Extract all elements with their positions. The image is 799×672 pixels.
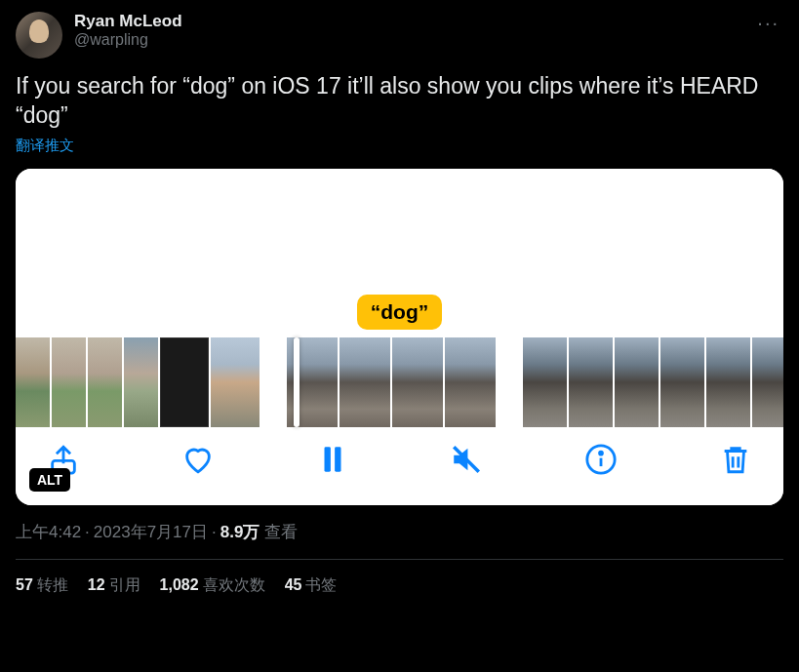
stat-quotes[interactable]: 12引用 (88, 575, 140, 596)
thumbnail (52, 337, 86, 427)
thumbnail (211, 337, 260, 427)
video-scrubber[interactable] (16, 337, 783, 427)
thumbnail (124, 337, 158, 427)
alt-badge[interactable]: ALT (29, 468, 70, 492)
playhead[interactable] (294, 337, 300, 427)
media-preview: “dog” (16, 169, 783, 427)
clip-group (287, 337, 496, 427)
translate-link[interactable]: 翻译推文 (16, 137, 783, 155)
tweet-time[interactable]: 上午4:42 (16, 523, 81, 541)
caption-tag-row: “dog” (16, 295, 783, 337)
svg-point-6 (600, 452, 603, 455)
tweet-text: If you search for “dog” on iOS 17 it’ll … (16, 72, 783, 131)
thumbnail (706, 337, 750, 427)
thumbnail (445, 337, 496, 427)
author-names[interactable]: Ryan McLeod @warpling (74, 12, 741, 49)
stat-retweets[interactable]: 57转推 (16, 575, 68, 596)
tweet-stats: 57转推 12引用 1,082喜欢次数 45书签 (16, 560, 783, 596)
clip-group (523, 337, 783, 427)
thumbnail (660, 337, 704, 427)
tweet-container: Ryan McLeod @warpling ··· If you search … (0, 0, 799, 608)
media-toolbar (16, 427, 783, 505)
clip-group (16, 337, 260, 427)
avatar[interactable] (16, 12, 62, 59)
thumbnail (569, 337, 613, 427)
heart-icon[interactable] (181, 443, 215, 476)
tweet-date[interactable]: 2023年7月17日 (94, 523, 208, 541)
views-count: 8.9万 (220, 523, 260, 541)
stat-likes[interactable]: 1,082喜欢次数 (160, 575, 265, 596)
svg-rect-2 (335, 447, 340, 472)
thumbnail (88, 337, 122, 427)
thumbnail (615, 337, 659, 427)
tweet-header: Ryan McLeod @warpling ··· (16, 12, 783, 59)
handle: @warpling (74, 31, 741, 49)
caption-tag: “dog” (357, 295, 442, 330)
thumbnail (752, 337, 783, 427)
tweet-media[interactable]: “dog” (16, 169, 783, 505)
thumbnail (392, 337, 443, 427)
svg-rect-1 (324, 447, 330, 472)
more-button[interactable]: ··· (753, 12, 783, 34)
thumbnail (523, 337, 567, 427)
tweet-meta: 上午4:42·2023年7月17日·8.9万 查看 (16, 521, 783, 543)
pause-icon[interactable] (316, 443, 349, 476)
thumbnail (160, 337, 209, 427)
thumbnail (340, 337, 390, 427)
display-name: Ryan McLeod (74, 12, 741, 31)
trash-icon[interactable] (719, 443, 752, 476)
info-icon[interactable] (584, 443, 618, 476)
stat-bookmarks[interactable]: 45书签 (285, 575, 338, 596)
views-label: 查看 (264, 523, 298, 541)
mute-icon[interactable] (450, 443, 483, 476)
thumbnail (16, 337, 50, 427)
